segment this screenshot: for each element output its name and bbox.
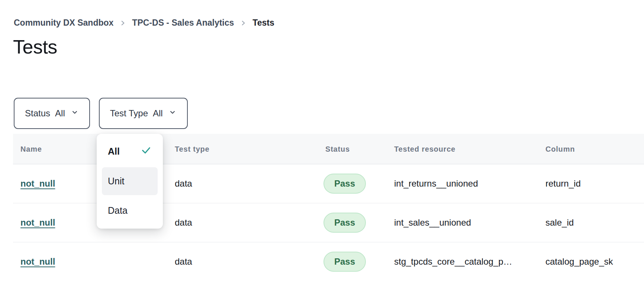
dropdown-option-label: All — [108, 146, 120, 157]
column-header-test-type: Test type — [175, 145, 210, 153]
test-type-filter-button[interactable]: Test Type All — [99, 98, 188, 129]
breadcrumb: Community DX Sandbox TPC-DS - Sales Anal… — [14, 18, 274, 28]
page-title: Tests — [13, 36, 57, 58]
dropdown-option-all[interactable]: All — [102, 140, 158, 162]
test-name-link[interactable]: not_null — [20, 178, 55, 189]
tested-resource-cell: stg_tpcds_core__catalog_p… — [394, 256, 512, 267]
test-type-dropdown-menu: All Unit Data — [97, 134, 163, 229]
dropdown-option-data[interactable]: Data — [102, 199, 158, 222]
column-header-column: Column — [545, 145, 575, 153]
test-type-cell: data — [175, 178, 192, 189]
test-type-filter-label: Test Type — [110, 108, 148, 119]
test-type-cell: data — [175, 256, 192, 267]
test-name-link[interactable]: not_null — [20, 256, 55, 267]
tested-resource-cell: int_sales__unioned — [394, 217, 471, 228]
breadcrumb-link-account[interactable]: Community DX Sandbox — [14, 18, 113, 28]
dropdown-option-label: Unit — [108, 176, 124, 187]
chevron-right-icon — [240, 20, 247, 26]
breadcrumb-current: Tests — [252, 18, 274, 28]
table-row: not_null data Pass stg_tpcds_core__catal… — [13, 242, 644, 281]
chevron-right-icon — [119, 20, 126, 26]
dropdown-option-label: Data — [108, 205, 128, 216]
status-filter-button[interactable]: Status All — [14, 98, 90, 129]
tests-page: Community DX Sandbox TPC-DS - Sales Anal… — [0, 0, 644, 281]
check-icon — [141, 145, 152, 158]
filter-bar: Status All Test Type All — [14, 98, 188, 129]
status-badge: Pass — [323, 213, 366, 233]
status-badge: Pass — [323, 174, 366, 194]
test-name-link[interactable]: not_null — [20, 217, 55, 228]
chevron-down-icon — [168, 108, 177, 119]
status-filter-value: All — [55, 108, 65, 119]
column-cell: sale_id — [545, 217, 574, 228]
breadcrumb-link-project[interactable]: TPC-DS - Sales Analytics — [132, 18, 234, 28]
status-badge: Pass — [323, 252, 366, 272]
dropdown-option-unit[interactable]: Unit — [102, 167, 158, 195]
test-type-filter-value: All — [153, 108, 163, 119]
column-cell: catalog_page_sk — [545, 256, 613, 267]
tested-resource-cell: int_returns__unioned — [394, 178, 478, 189]
column-header-name: Name — [20, 145, 42, 153]
column-cell: return_id — [545, 178, 581, 189]
column-header-status: Status — [325, 145, 350, 153]
column-header-tested-resource: Tested resource — [394, 145, 455, 153]
status-filter-label: Status — [25, 108, 50, 119]
test-type-cell: data — [175, 217, 192, 228]
chevron-down-icon — [70, 108, 79, 119]
